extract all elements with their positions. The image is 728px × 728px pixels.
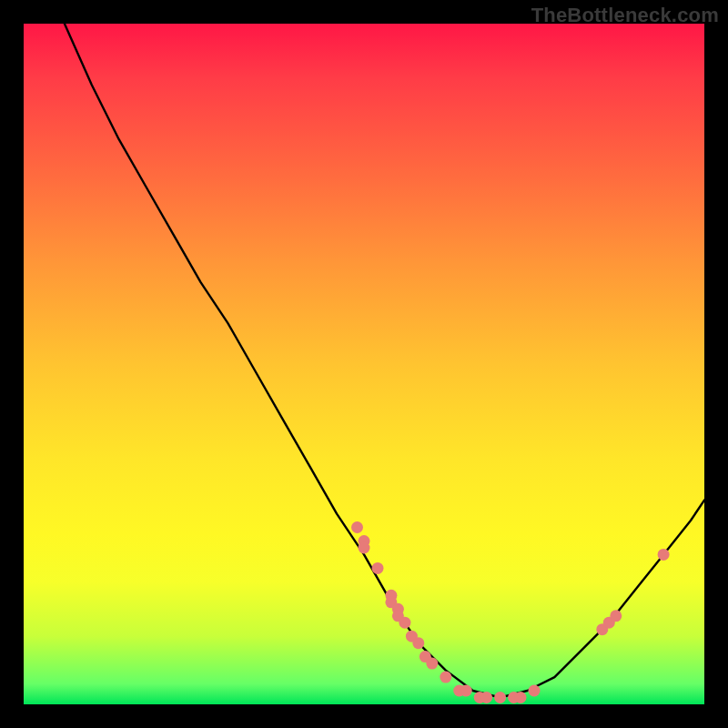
data-marker — [460, 685, 472, 697]
data-marker — [440, 672, 451, 683]
data-marker — [610, 610, 622, 622]
data-marker — [351, 521, 363, 533]
bottleneck-chart — [24, 24, 704, 704]
data-marker — [515, 692, 527, 703]
data-marker — [359, 542, 370, 554]
data-marker — [426, 658, 438, 670]
data-marker — [399, 617, 410, 629]
data-marker — [372, 562, 384, 574]
data-markers — [351, 521, 670, 703]
data-marker — [412, 637, 424, 649]
bottleneck-curve — [65, 24, 704, 698]
data-marker — [480, 692, 492, 703]
data-marker — [494, 692, 506, 703]
data-marker — [658, 549, 670, 561]
data-marker — [529, 685, 541, 697]
